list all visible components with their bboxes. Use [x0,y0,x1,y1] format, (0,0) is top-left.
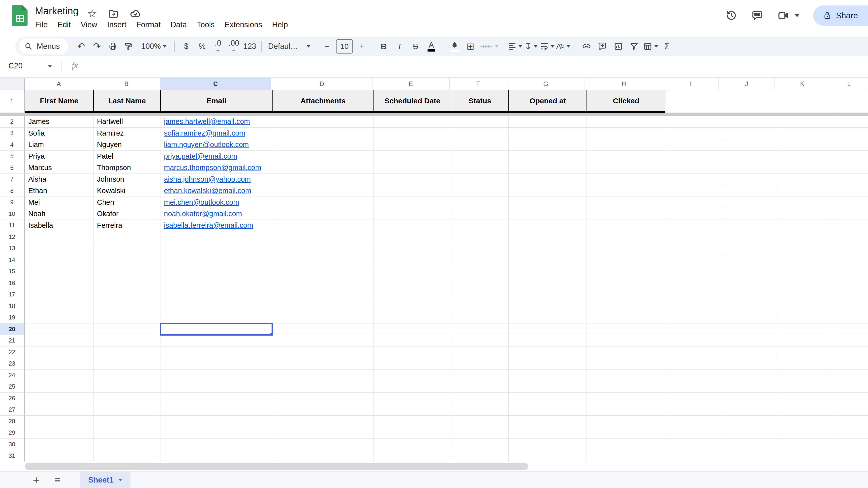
cell-A21[interactable] [25,335,93,347]
cell-F22[interactable] [451,347,509,358]
cell-E8[interactable] [374,185,451,197]
cell-I20[interactable] [665,323,721,335]
cell-H3[interactable] [587,128,665,139]
menu-format[interactable]: Format [131,19,166,31]
italic-button[interactable]: I [393,39,406,54]
cell-F11[interactable] [451,220,509,231]
cell-C11[interactable]: isabella.ferreira@email.com [160,220,272,231]
cell-K22[interactable] [777,347,833,358]
row-number-2[interactable]: 2 [0,116,25,128]
all-sheets-button[interactable]: ≡ [50,474,65,486]
cell-D29[interactable] [272,427,374,439]
column-header-F[interactable]: F [450,78,507,90]
cell-I25[interactable] [665,381,721,393]
cell-D17[interactable] [272,289,374,301]
cell-B13[interactable] [93,243,160,255]
cell-J8[interactable] [721,185,777,197]
cell-F9[interactable] [451,197,509,208]
cell-E7[interactable] [374,174,451,185]
cell-I31[interactable] [665,450,721,462]
cell-D25[interactable] [272,381,374,393]
cell-J19[interactable] [721,312,777,324]
cell-B28[interactable] [93,416,160,427]
cell-H31[interactable] [587,450,665,462]
cell-E9[interactable] [374,197,451,208]
cell-K25[interactable] [777,381,833,393]
cell-A19[interactable] [25,312,93,324]
cell-A14[interactable] [25,254,93,266]
row-number-17[interactable]: 17 [0,289,25,301]
email-link[interactable]: noah.okafor@gmail.com [164,210,242,218]
create-filter-button[interactable] [627,39,641,54]
cell-D7[interactable] [272,174,374,185]
spreadsheet-grid[interactable]: ABCDEFGHIJKL1First NameLast NameEmailAtt… [0,77,868,461]
cell-G29[interactable] [509,427,587,439]
cell-J2[interactable] [721,116,777,128]
cell-J16[interactable] [721,277,777,289]
email-link[interactable]: liam.nguyen@outlook.com [164,140,249,149]
cell-K7[interactable] [777,174,833,185]
cell-J29[interactable] [721,427,777,439]
cell-H5[interactable] [587,151,665,162]
cell-G24[interactable] [509,369,587,381]
cell-B31[interactable] [93,450,160,462]
cell-F8[interactable] [451,185,509,197]
cell-F2[interactable] [451,116,509,128]
cell-D13[interactable] [272,243,374,255]
cell-J17[interactable] [721,289,777,301]
cell-H23[interactable] [587,358,665,370]
cell-C29[interactable] [160,427,272,439]
more-formats-button[interactable]: 123 [243,39,257,54]
cell-B8[interactable]: Kowalski [93,185,160,197]
email-link[interactable]: isabella.ferreira@email.com [164,221,253,229]
cell-I7[interactable] [665,174,721,185]
cell-A30[interactable] [25,439,93,450]
cell-G7[interactable] [509,174,587,185]
cell-K9[interactable] [777,197,833,208]
cell-K24[interactable] [777,369,833,381]
fill-color-button[interactable] [447,39,462,54]
cell-J12[interactable] [721,231,777,243]
cell-K15[interactable] [777,266,833,278]
column-header-K[interactable]: K [775,78,830,90]
cell-K5[interactable] [777,151,833,162]
row-number-8[interactable]: 8 [0,185,25,197]
column-header-J[interactable]: J [719,78,775,90]
cell-K6[interactable] [777,162,833,174]
cell-I8[interactable] [665,185,721,197]
cell-E13[interactable] [374,243,451,255]
cell-F3[interactable] [451,128,509,139]
cell-D15[interactable] [272,266,374,278]
cell-C28[interactable] [160,416,272,427]
cell-B10[interactable]: Okafor [93,208,160,220]
cell-A5[interactable]: Priya [25,151,93,162]
cell-D5[interactable] [272,151,374,162]
cell-C31[interactable] [160,450,272,462]
cell-H18[interactable] [587,300,665,312]
cell-J25[interactable] [721,381,777,393]
cell-G8[interactable] [509,185,587,197]
cell-G15[interactable] [509,266,587,278]
header-cell-I1[interactable] [665,90,721,113]
cell-D12[interactable] [272,231,374,243]
cell-D2[interactable] [272,116,374,128]
cell-E3[interactable] [374,128,451,139]
cell-E24[interactable] [374,369,451,381]
cell-C25[interactable] [160,381,272,393]
cell-K11[interactable] [777,220,833,231]
cell-C16[interactable] [160,277,272,289]
cell-I26[interactable] [665,393,721,404]
cell-H19[interactable] [587,312,665,324]
cell-E29[interactable] [374,427,451,439]
cell-B9[interactable]: Chen [93,197,160,208]
row-number-29[interactable]: 29 [0,427,25,439]
cell-K30[interactable] [777,439,833,450]
cell-K12[interactable] [777,231,833,243]
cell-B18[interactable] [93,300,160,312]
cell-J23[interactable] [721,358,777,370]
cell-B24[interactable] [93,369,160,381]
cell-L30[interactable] [833,439,868,450]
column-header-I[interactable]: I [663,78,719,90]
cell-J13[interactable] [721,243,777,255]
cell-C12[interactable] [160,231,272,243]
